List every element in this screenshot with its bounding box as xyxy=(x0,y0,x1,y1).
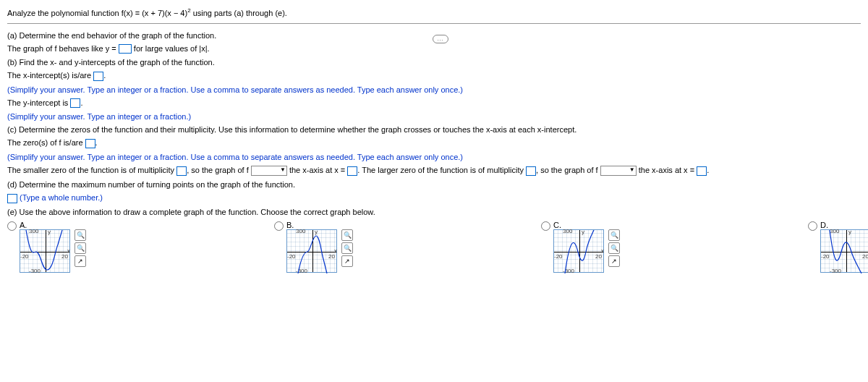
c-m5: , so the graph of f xyxy=(536,166,600,174)
x-intercept-input[interactable] xyxy=(93,72,103,81)
zoom-out-icon[interactable]: 🔍 xyxy=(608,242,620,254)
b-y-hint: (Simplify your answer. Type an integer o… xyxy=(7,112,861,121)
prompt-pre: Analyze the polynomial function f(x) = (… xyxy=(7,9,187,17)
c-z-post: . xyxy=(95,138,98,147)
part-a-answer: The graph of f behaves like y = for larg… xyxy=(7,44,861,54)
c-m1: The smaller zero of the function is of m… xyxy=(7,166,176,174)
d-hint: (Type a whole number.) xyxy=(17,193,103,202)
part-b-x: The x-intercept(s) is/are . xyxy=(7,71,861,81)
b-y-post: . xyxy=(80,98,82,107)
main-prompt: Analyze the polynomial function f(x) = (… xyxy=(7,7,861,17)
part-e-question: (e) Use the above information to draw a … xyxy=(7,208,861,216)
radio-a[interactable] xyxy=(7,221,17,231)
b-y-pre: The y-intercept is xyxy=(7,98,70,107)
y-intercept-input[interactable] xyxy=(70,98,80,108)
end-behavior-input[interactable] xyxy=(119,44,132,54)
large-x-input[interactable] xyxy=(697,166,707,176)
large-mult-input[interactable] xyxy=(526,166,536,176)
part-d-answer: (Type a whole number.) xyxy=(7,193,861,203)
c-m2: , so the graph of f xyxy=(187,166,251,174)
c-z-hint: (Simplify your answer. Type an integer o… xyxy=(7,153,861,161)
zoom-out-icon[interactable]: 🔍 xyxy=(341,242,353,254)
c-m7: . xyxy=(707,166,709,174)
label-d: D. xyxy=(820,221,868,229)
zoom-out-icon[interactable]: 🔍 xyxy=(75,242,86,254)
b-x-hint: (Simplify your answer. Type an integer o… xyxy=(7,85,861,94)
expand-icon[interactable]: ↗ xyxy=(608,255,620,267)
c-m3: the x-axis at x = xyxy=(287,166,347,174)
graph-d: 300 -300 y x -20 20 xyxy=(820,229,868,273)
expand-icon[interactable]: ↗ xyxy=(341,255,353,267)
small-mult-input[interactable] xyxy=(176,166,187,176)
radio-c[interactable] xyxy=(541,221,550,231)
graph-options: A. 300 -300 y x -20 20 🔍 🔍 ↗ xyxy=(7,221,861,273)
option-d[interactable]: D. 300 -300 y x -20 20 🔍 🔍 ↗ xyxy=(808,221,868,273)
c-m6: the x-axis at x = xyxy=(637,166,697,174)
a-text-1: The graph of f behaves like y = xyxy=(7,44,119,53)
zeros-input[interactable] xyxy=(85,139,95,148)
c-m4: . The larger zero of the function is of … xyxy=(357,166,526,174)
part-c-multiplicity: The smaller zero of the function is of m… xyxy=(7,166,861,176)
part-c-question: (c) Determine the zeros of the function … xyxy=(7,125,861,134)
part-d-question: (d) Determine the maximum number of turn… xyxy=(7,180,861,189)
option-a[interactable]: A. 300 -300 y x -20 20 🔍 🔍 ↗ xyxy=(7,221,86,273)
radio-d[interactable] xyxy=(808,221,817,231)
graph-b: 300 -300 y x -20 20 xyxy=(286,229,337,273)
ellipsis-button[interactable]: … xyxy=(433,35,448,43)
b-x-pre: The x-intercept(s) is/are xyxy=(7,71,93,80)
prompt-post: using parts (a) through (e). xyxy=(191,9,287,17)
part-b-y: The y-intercept is . xyxy=(7,98,861,109)
large-behavior-select[interactable] xyxy=(600,166,637,176)
graph-a: 300 -300 y x -20 20 xyxy=(20,229,70,273)
radio-b[interactable] xyxy=(274,221,284,231)
part-b-question: (b) Find the x- and y-intercepts of the … xyxy=(7,58,861,67)
option-b[interactable]: B. 300 -300 y x -20 20 🔍 🔍 ↗ xyxy=(274,221,353,273)
zoom-in-icon[interactable]: 🔍 xyxy=(341,229,353,241)
option-c[interactable]: C. 300 -300 y x -20 20 🔍 🔍 ↗ xyxy=(541,221,620,273)
a-text-2: for large values of |x|. xyxy=(132,44,210,53)
graph-c: 300 -300 y x -20 20 xyxy=(553,229,604,273)
zoom-in-icon[interactable]: 🔍 xyxy=(75,229,86,241)
expand-icon[interactable]: ↗ xyxy=(75,255,86,267)
divider xyxy=(7,23,861,24)
part-c-zeros: The zero(s) of f is/are . xyxy=(7,138,861,148)
c-z-pre: The zero(s) of f is/are xyxy=(7,138,85,147)
zoom-in-icon[interactable]: 🔍 xyxy=(608,229,620,241)
b-x-post: . xyxy=(103,71,106,80)
turning-points-input[interactable] xyxy=(7,194,17,203)
small-x-input[interactable] xyxy=(347,166,357,176)
small-behavior-select[interactable] xyxy=(251,166,287,176)
